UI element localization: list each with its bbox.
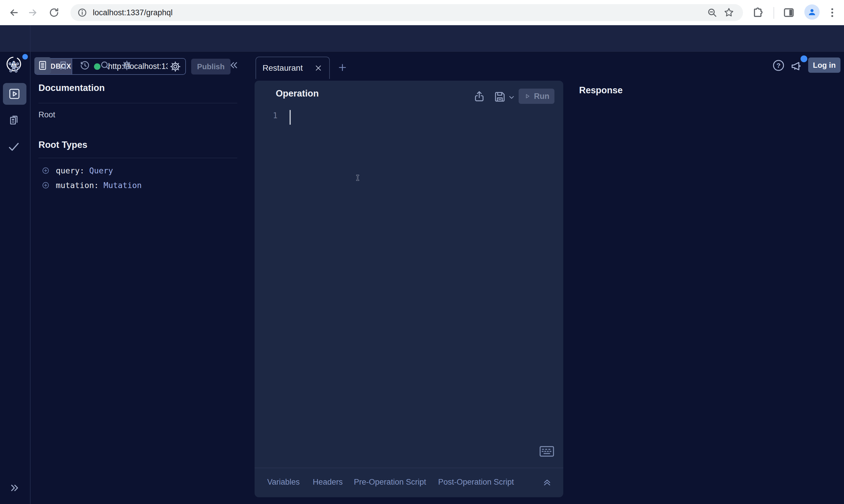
schema-notification-dot <box>22 54 28 59</box>
explorer-play-icon[interactable] <box>8 87 21 100</box>
new-tab-icon[interactable] <box>337 62 348 73</box>
browser-toolbar: localhost:1337/graphql <box>0 0 844 25</box>
root-types-divider <box>38 158 237 158</box>
run-play-icon <box>523 92 531 100</box>
zoom-out-icon[interactable] <box>707 7 718 18</box>
browser-forward-icon[interactable] <box>27 7 39 18</box>
schema-graph-icon[interactable] <box>7 60 20 73</box>
line-number: 1 <box>269 111 277 120</box>
expand-rail-icon[interactable] <box>8 482 20 494</box>
bookmarks-icon[interactable] <box>57 60 69 71</box>
query-field-name: query: <box>56 166 89 175</box>
collections-icon[interactable] <box>7 113 20 126</box>
operation-panel: Operation Run 1 <box>255 81 563 497</box>
apollo-sandbox-app: A SANDBOX http://localhost:1337/gra... P… <box>0 25 844 504</box>
run-button[interactable]: Run <box>519 89 554 104</box>
extensions-icon[interactable] <box>752 6 765 19</box>
root-type-mutation-row: mutation: Mutation <box>56 181 142 190</box>
announcements-megaphone-icon[interactable] <box>790 59 803 72</box>
operation-title: Operation <box>276 88 318 99</box>
text-caret <box>290 110 291 125</box>
app-header: A SANDBOX http://localhost:1337/gra... P… <box>0 25 844 52</box>
search-icon[interactable] <box>100 60 111 71</box>
add-mutation-field-icon[interactable] <box>42 181 50 189</box>
checks-icon[interactable] <box>7 140 20 153</box>
tab-pre-operation-script[interactable]: Pre-Operation Script <box>354 478 426 487</box>
response-title: Response <box>579 85 623 96</box>
tab-post-operation-script[interactable]: Post-Operation Script <box>438 478 514 487</box>
query-type-link[interactable]: Query <box>89 166 113 175</box>
keyboard-shortcuts-icon[interactable] <box>539 446 554 457</box>
connection-settings-gear-icon[interactable] <box>170 61 181 72</box>
publish-button[interactable]: Publish <box>191 59 230 74</box>
mouse-ibeam-cursor <box>354 174 362 186</box>
browser-back-icon[interactable] <box>8 7 20 18</box>
rail-divider <box>30 25 31 504</box>
mutation-type-link[interactable]: Mutation <box>104 181 142 190</box>
add-query-field-icon[interactable] <box>42 167 50 175</box>
mutation-field-name: mutation: <box>56 181 104 190</box>
documentation-icon[interactable] <box>37 60 48 71</box>
run-label: Run <box>534 92 549 101</box>
profile-avatar[interactable] <box>804 4 820 20</box>
apollo-sandbox-window: localhost:1337/graphql <box>0 0 844 504</box>
root-type-query-row: query: Query <box>56 166 113 175</box>
site-info-icon[interactable] <box>77 7 87 18</box>
help-icon[interactable]: ? <box>772 59 785 72</box>
root-types-title: Root Types <box>38 140 87 150</box>
save-dropdown-chevron-icon[interactable] <box>508 94 515 101</box>
url-text[interactable]: localhost:1337/graphql <box>93 8 701 17</box>
login-button[interactable]: Log in <box>808 57 841 73</box>
docs-divider <box>38 103 237 103</box>
close-tab-icon[interactable] <box>314 64 323 72</box>
endpoint-url-input[interactable]: http://localhost:1337/gra... <box>108 62 168 71</box>
notification-dot <box>800 55 807 62</box>
bookmark-star-icon[interactable] <box>723 7 735 18</box>
expand-footer-icon[interactable] <box>542 477 552 488</box>
tab-variables[interactable]: Variables <box>267 478 300 487</box>
address-bar[interactable]: localhost:1337/graphql <box>70 4 743 21</box>
collapse-panel-icon[interactable] <box>228 60 240 71</box>
save-operation-icon[interactable] <box>493 90 506 103</box>
browser-reload-icon[interactable] <box>48 7 60 18</box>
side-panel-icon[interactable] <box>782 6 795 19</box>
tab-label: Restaurant <box>262 64 314 73</box>
docs-panel-title: Documentation <box>38 83 105 93</box>
share-operation-icon[interactable] <box>473 90 486 103</box>
tab-headers[interactable]: Headers <box>313 478 343 487</box>
svg-text:?: ? <box>776 61 780 69</box>
tab-restaurant[interactable]: Restaurant <box>256 57 330 79</box>
browser-menu-icon[interactable] <box>826 7 838 18</box>
toolbar-divider <box>774 7 774 19</box>
operation-footer: Variables Headers Pre-Operation Script P… <box>255 468 563 497</box>
settings-gear-icon[interactable] <box>121 60 133 71</box>
operation-editor[interactable] <box>255 107 563 467</box>
history-icon[interactable] <box>79 60 90 71</box>
docs-root-item[interactable]: Root <box>38 110 55 120</box>
